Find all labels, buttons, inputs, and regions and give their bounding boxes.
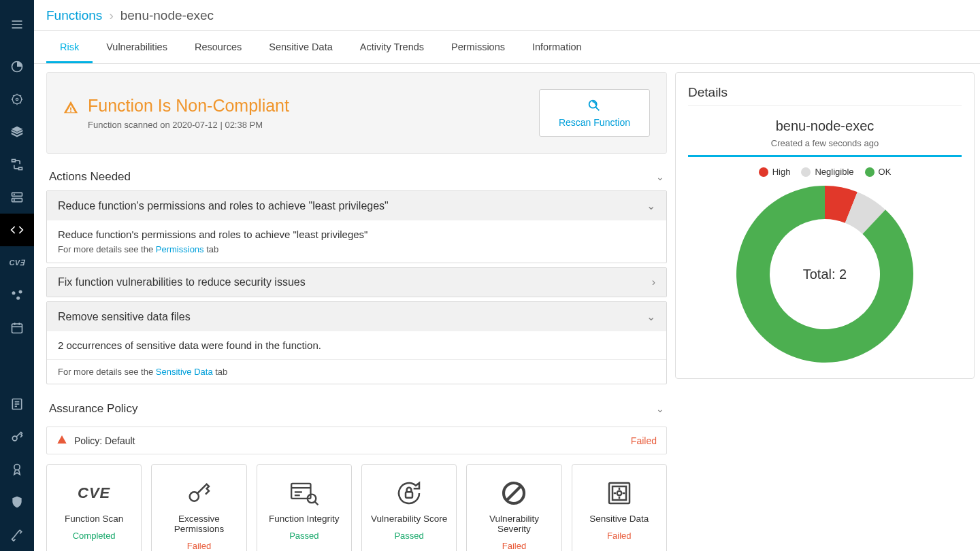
assurance-card[interactable]: Function IntegrityPassed <box>257 464 352 551</box>
details-name: benu-node-exec <box>688 118 962 134</box>
dashboard-icon[interactable] <box>0 50 34 83</box>
server-icon[interactable] <box>0 181 34 214</box>
svg-point-17 <box>14 194 14 195</box>
assurance-title: Assurance Policy <box>49 402 137 416</box>
cve-icon[interactable]: CVƎ <box>0 246 34 279</box>
svg-point-46 <box>617 491 621 496</box>
card-status: Failed <box>607 531 631 541</box>
card-label: Sensitive Data <box>589 514 649 524</box>
badge-icon[interactable] <box>0 453 34 486</box>
legend-item: High <box>759 167 791 177</box>
legend-label: High <box>772 167 791 177</box>
card-status: Completed <box>73 531 116 541</box>
action-body-text: 2 occurrences of sensitive data were fou… <box>58 339 655 351</box>
sidebar: CVƎ <box>0 0 34 551</box>
tab-activity-trends[interactable]: Activity Trends <box>346 31 438 63</box>
safe-icon <box>606 480 633 507</box>
tools-icon[interactable] <box>0 518 34 551</box>
assurance-card[interactable]: Vulnerability SeverityFailed <box>466 464 561 551</box>
action-header[interactable]: Remove sensitive data files⌄ <box>47 302 666 331</box>
action-body: 2 occurrences of sensitive data were fou… <box>47 331 666 359</box>
card-status: Failed <box>187 541 211 551</box>
svg-line-33 <box>596 107 600 110</box>
chevron-right-icon: › <box>109 8 113 23</box>
breadcrumb-root[interactable]: Functions <box>46 8 102 23</box>
legend-item: OK <box>865 167 892 177</box>
action-header[interactable]: Reduce function's permissions and roles … <box>47 191 666 220</box>
card-status: Passed <box>289 531 318 541</box>
calendar-icon[interactable] <box>0 312 34 344</box>
code-icon[interactable] <box>0 214 34 246</box>
svg-line-10 <box>20 103 21 103</box>
rescan-icon <box>587 98 602 113</box>
actions-header[interactable]: Actions Needed ⌄ <box>46 165 667 190</box>
tab-resources[interactable]: Resources <box>181 31 255 63</box>
svg-line-43 <box>507 486 521 500</box>
compliance-title: Function Is Non-Compliant <box>88 96 289 116</box>
action-title: Reduce function's permissions and roles … <box>58 200 389 212</box>
donut-total: Total: 2 <box>736 185 914 363</box>
action-header[interactable]: Fix function vulnerabilities to reduce s… <box>47 268 666 297</box>
workflow-icon[interactable] <box>0 148 34 181</box>
action-title: Fix function vulnerabilities to reduce s… <box>58 276 306 288</box>
tab-risk[interactable]: Risk <box>46 31 93 63</box>
action-link[interactable]: Permissions <box>156 244 204 254</box>
nodes-icon[interactable] <box>0 279 34 312</box>
svg-point-30 <box>12 436 17 441</box>
report-icon[interactable] <box>0 388 34 420</box>
tab-vulnerabilities[interactable]: Vulnerabilities <box>93 31 181 63</box>
cve-icon: CVE <box>78 480 110 507</box>
svg-point-19 <box>12 291 16 295</box>
legend-label: Negligible <box>815 167 853 177</box>
shield-icon[interactable] <box>0 486 34 518</box>
rescan-label: Rescan Function <box>559 117 630 128</box>
warning-icon <box>63 100 78 117</box>
svg-rect-41 <box>406 492 412 497</box>
actions-title: Actions Needed <box>49 170 131 184</box>
compliance-scanned: Function scanned on 2020-07-12 | 02:38 P… <box>88 120 289 130</box>
svg-line-12 <box>20 95 21 96</box>
rescan-button[interactable]: Rescan Function <box>539 89 650 137</box>
assurance-card[interactable]: Sensitive DataFailed <box>572 464 667 551</box>
action-body: Reduce function's permissions and roles … <box>47 220 666 263</box>
details-created: Created a few seconds ago <box>688 138 962 148</box>
policy-status: Failed <box>631 435 657 446</box>
assurance-card[interactable]: Vulnerability ScorePassed <box>361 464 457 551</box>
layers-icon[interactable] <box>0 116 34 148</box>
svg-point-3 <box>12 95 21 103</box>
assurance-card[interactable]: Excessive PermissionsFailed <box>151 464 246 551</box>
key-icon[interactable] <box>0 420 34 453</box>
menu-icon[interactable] <box>0 8 34 41</box>
card-label: Vulnerability Score <box>371 514 447 524</box>
svg-point-4 <box>16 98 18 100</box>
wheel-icon[interactable] <box>0 83 34 116</box>
svg-rect-13 <box>12 160 16 162</box>
accent-bar <box>688 155 962 157</box>
svg-line-9 <box>13 95 14 96</box>
assurance-card[interactable]: CVEFunction ScanCompleted <box>46 464 142 551</box>
tab-information[interactable]: Information <box>519 31 595 63</box>
assurance-header[interactable]: Assurance Policy ⌄ <box>46 397 667 422</box>
details-title: Details <box>688 85 962 106</box>
legend-item: Negligible <box>801 167 853 177</box>
action-link[interactable]: Sensitive Data <box>156 367 213 377</box>
legend-label: OK <box>879 167 892 177</box>
policy-row[interactable]: Policy: Default Failed <box>46 427 667 454</box>
svg-line-11 <box>13 103 14 103</box>
svg-point-21 <box>16 297 20 300</box>
tab-permissions[interactable]: Permissions <box>438 31 519 63</box>
card-label: Function Scan <box>65 514 123 524</box>
svg-rect-22 <box>12 324 22 333</box>
actions-list: Reduce function's permissions and roles … <box>46 190 667 384</box>
key-icon <box>185 480 212 507</box>
ban-icon <box>500 480 527 507</box>
card-label: Vulnerability Severity <box>474 514 554 534</box>
main-content: Functions › benu-node-exec RiskVulnerabi… <box>34 0 980 551</box>
action-item: Fix function vulnerabilities to reduce s… <box>46 267 667 297</box>
chevron-down-icon: ⌄ <box>656 403 664 414</box>
action-item: Remove sensitive data files⌄2 occurrence… <box>46 301 667 384</box>
card-label: Excessive Permissions <box>159 514 239 534</box>
svg-point-31 <box>14 465 20 470</box>
legend-swatch <box>865 167 875 177</box>
tab-sensitive-data[interactable]: Sensitive Data <box>255 31 346 63</box>
